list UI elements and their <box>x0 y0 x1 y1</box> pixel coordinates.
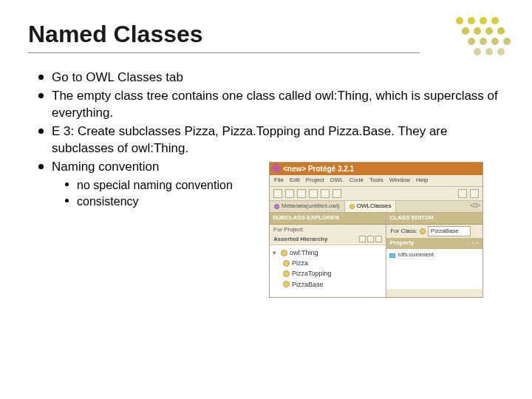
protege-toolbar <box>270 187 482 201</box>
bullet-item: Naming convention no special naming conv… <box>38 159 504 298</box>
class-editor: CLASS EDITOR For Class: PizzaBase Proper… <box>386 213 482 297</box>
menu-item[interactable]: Window <box>389 177 410 185</box>
bullet-item: The empty class tree contains one class … <box>38 88 504 122</box>
tree-label: Pizza <box>292 259 308 267</box>
sub-bullet-list: no special naming convention consistency <box>52 177 262 210</box>
toolbar-icon[interactable] <box>470 189 479 198</box>
menu-item[interactable]: File <box>274 177 284 185</box>
protege-titlebar: <new> Protégé 3.2.1 <box>270 163 482 176</box>
sub-bullet-item: consistency <box>65 194 262 210</box>
property-icon <box>389 253 395 258</box>
svg-point-14 <box>497 48 505 55</box>
bullet-list: Go to OWL Classes tab The empty class tr… <box>28 69 504 298</box>
protege-screenshot: <new> Protégé 3.2.1 File Edit Project OW… <box>269 162 483 298</box>
slide-title: Named Classes <box>28 21 504 48</box>
bullet-item: E 3: Create subclasses Pizza, Pizza.Topp… <box>38 123 504 157</box>
property-header: Property <box>389 239 414 248</box>
menu-item[interactable]: OWL <box>330 177 344 185</box>
menu-item[interactable]: Project <box>306 177 324 185</box>
expand-icon[interactable]: ▾ <box>273 248 279 257</box>
tree-node[interactable]: Pizza <box>273 258 383 268</box>
toolbar-icon[interactable] <box>332 189 341 198</box>
panel-header: CLASS EDITOR <box>386 213 482 225</box>
svg-point-12 <box>474 48 481 55</box>
for-project-label: For Project: <box>270 225 386 236</box>
hierarchy-op-icon[interactable] <box>375 236 382 242</box>
hierarchy-op-icon[interactable] <box>359 236 366 242</box>
bullet-label: Naming convention <box>52 159 262 176</box>
panel-header: SUBCLASS EXPLORER <box>270 213 386 225</box>
menu-item[interactable]: Tools <box>369 177 383 185</box>
tab-label: OWLClasses <box>357 202 392 211</box>
tree-node-root[interactable]: ▾ owl:Thing <box>273 248 383 258</box>
protege-logo-icon <box>271 163 282 174</box>
tree-label: owl:Thing <box>290 248 318 257</box>
svg-point-11 <box>503 38 511 45</box>
class-icon <box>420 228 426 234</box>
title-rule <box>28 52 420 53</box>
class-name-field[interactable]: PizzaBase <box>428 226 471 237</box>
class-tree: ▾ owl:Thing Pizza Piz <box>270 245 386 297</box>
protege-tabs: Metadata(untitled.owl) OWLClasses ◁ ▷ <box>270 201 482 213</box>
protege-window-title: <new> Protégé 3.2.1 <box>283 164 354 174</box>
toolbar-icon[interactable] <box>309 189 318 198</box>
toolbar-icon[interactable] <box>321 189 330 198</box>
toolbar-icon[interactable] <box>273 189 282 198</box>
protege-menubar: File Edit Project OWL Code Tools Window … <box>270 175 482 187</box>
property-label: rdfs:comment <box>398 251 433 259</box>
toolbar-icon[interactable] <box>458 189 467 198</box>
tab-nav[interactable]: ◁ ▷ <box>468 201 482 212</box>
class-icon <box>283 281 290 287</box>
tree-label: PizzaBase <box>292 280 324 289</box>
toolbar-icon[interactable] <box>297 189 306 198</box>
tab-icon <box>349 204 355 209</box>
property-list: rdfs:comment <box>386 249 482 289</box>
for-class-label: For Class: <box>390 228 417 236</box>
svg-point-13 <box>485 48 493 55</box>
toolbar-icon[interactable] <box>285 189 294 198</box>
class-icon <box>281 250 287 256</box>
property-row[interactable]: rdfs:comment <box>389 251 480 259</box>
tree-node[interactable]: PizzaBase <box>273 279 383 290</box>
tab-metadata[interactable]: Metadata(untitled.owl) <box>270 201 345 212</box>
tab-label: Metadata(untitled.owl) <box>282 202 340 211</box>
class-icon <box>283 270 290 277</box>
bullet-item: Go to OWL Classes tab <box>38 69 504 86</box>
menu-item[interactable]: Edit <box>290 177 300 185</box>
property-ops[interactable]: ▫▫ <box>472 239 480 248</box>
tree-label: PizzaTopping <box>292 269 332 278</box>
tab-icon <box>274 204 279 209</box>
subclass-explorer: SUBCLASS EXPLORER For Project: Asserted … <box>270 213 386 297</box>
menu-item[interactable]: Code <box>349 177 364 185</box>
tab-owl-classes[interactable]: OWLClasses <box>345 201 397 212</box>
class-icon <box>283 260 290 267</box>
menu-item[interactable]: Help <box>416 177 428 185</box>
tree-node[interactable]: PizzaTopping <box>273 268 383 279</box>
sub-bullet-item: no special naming convention <box>65 177 262 194</box>
hierarchy-label: Asserted Hierarchy <box>273 236 327 244</box>
hierarchy-op-icon[interactable] <box>367 236 374 242</box>
